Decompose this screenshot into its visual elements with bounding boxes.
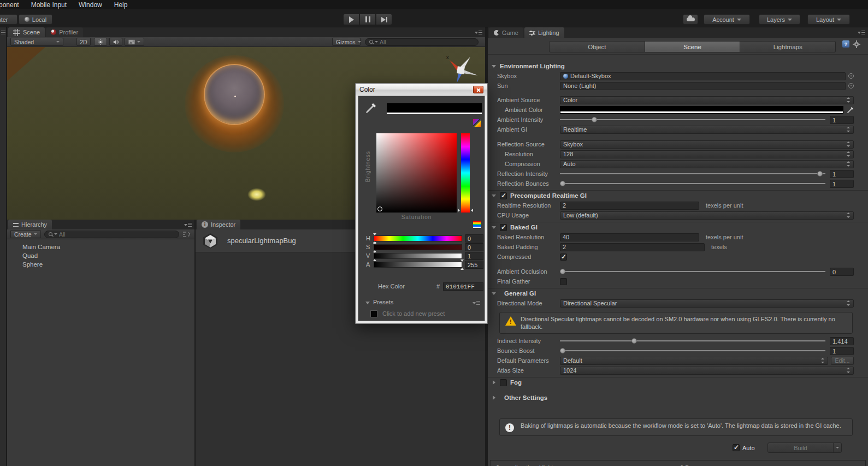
hierarchy-item-quad[interactable]: Quad: [7, 251, 194, 260]
foldout-icon[interactable]: [491, 395, 497, 400]
final-gather-checkbox[interactable]: [560, 278, 567, 285]
menu-item-help[interactable]: Help: [108, 1, 134, 9]
panel-menu-icon[interactable]: [475, 30, 482, 35]
preset-swatch[interactable]: [370, 310, 377, 317]
realtime-resolution-input[interactable]: [560, 202, 699, 210]
presets-menu-icon[interactable]: [473, 300, 480, 305]
section-baked-gi[interactable]: Baked GI: [488, 222, 868, 232]
eyedropper-icon[interactable]: [365, 102, 377, 114]
fog-checkbox[interactable]: [500, 379, 507, 386]
ambient-color-swatch[interactable]: [560, 106, 843, 114]
gear-icon[interactable]: [853, 40, 860, 48]
slider-marker-icon[interactable]: [373, 236, 376, 241]
panel-menu-icon[interactable]: [858, 30, 865, 35]
menu-item-mobile-input[interactable]: Mobile Input: [25, 1, 73, 9]
tab-hierarchy[interactable]: Hierarchy: [8, 220, 52, 229]
slider-marker-icon[interactable]: [460, 262, 464, 267]
dialog-titlebar[interactable]: Color: [356, 84, 487, 96]
saturation-value-input[interactable]: [465, 243, 483, 251]
draw-mode-dropdown[interactable]: Shaded: [10, 38, 63, 46]
hierarchy-item-main-camera[interactable]: Main Camera: [7, 243, 194, 251]
scene-audio-toggle[interactable]: [109, 38, 122, 46]
local-global-button[interactable]: Local: [19, 14, 52, 25]
auto-checkbox[interactable]: [733, 444, 740, 451]
ambient-intensity-slider[interactable]: [560, 116, 825, 123]
tab-profiler[interactable]: Profiler: [46, 27, 83, 37]
object-picker-icon[interactable]: [848, 73, 854, 79]
indirect-intensity-slider[interactable]: [560, 337, 825, 345]
default-parameters-dropdown[interactable]: Default: [560, 357, 828, 365]
cpu-usage-dropdown[interactable]: Low (default): [560, 211, 854, 220]
tab-scene[interactable]: Scene: [8, 27, 45, 37]
reflection-source-dropdown[interactable]: Skybox: [560, 140, 854, 149]
slider-marker-icon[interactable]: [373, 245, 376, 250]
skybox-object-field[interactable]: Default-Skybox: [560, 72, 846, 80]
ambient-source-dropdown[interactable]: Color: [560, 96, 854, 104]
section-general-gi[interactable]: General GI: [488, 288, 868, 298]
cloud-services-button[interactable]: [683, 14, 698, 25]
pause-button[interactable]: [359, 14, 376, 25]
scene-search-input[interactable]: [380, 39, 474, 45]
compressed-checkbox[interactable]: [560, 253, 567, 261]
reflection-intensity-value[interactable]: 1: [830, 170, 854, 178]
ambient-gi-dropdown[interactable]: Realtime: [560, 126, 854, 134]
pivot-button[interactable]: enter: [0, 14, 17, 25]
value-slider[interactable]: [374, 253, 462, 259]
help-book-icon[interactable]: ?: [842, 40, 849, 48]
indirect-intensity-value[interactable]: 1.414: [830, 337, 854, 345]
hierarchy-item-sphere[interactable]: Sphere: [7, 260, 194, 269]
scene-filter-icon[interactable]: [182, 231, 191, 238]
tab-game[interactable]: Game: [489, 27, 523, 38]
scene-search-field[interactable]: [365, 38, 479, 46]
eyedropper-icon[interactable]: [847, 107, 854, 114]
slider-knob[interactable]: [560, 348, 565, 353]
ambient-occlusion-value[interactable]: 0: [830, 268, 854, 276]
baked-padding-input[interactable]: [560, 243, 705, 251]
scene-effects-dropdown[interactable]: [125, 38, 144, 46]
slider-marker-icon[interactable]: [373, 253, 376, 258]
baked-resolution-input[interactable]: [560, 233, 699, 241]
step-button[interactable]: [376, 14, 392, 25]
create-dropdown[interactable]: Create: [10, 230, 41, 238]
slider-knob[interactable]: [592, 117, 597, 122]
presets-foldout[interactable]: Presets: [358, 298, 485, 307]
panel-menu-icon[interactable]: [184, 222, 192, 227]
menu-item-window[interactable]: Window: [73, 1, 108, 9]
hierarchy-search-field[interactable]: [44, 231, 179, 238]
foldout-icon[interactable]: [491, 291, 497, 296]
hue-value-input[interactable]: [465, 234, 483, 243]
hue-bar[interactable]: [461, 133, 470, 213]
alpha-value-input[interactable]: [465, 261, 483, 269]
account-dropdown[interactable]: Account: [704, 14, 750, 25]
atlas-size-dropdown[interactable]: 1024: [560, 367, 854, 375]
auto-toggle[interactable]: Auto: [733, 444, 755, 451]
foldout-icon[interactable]: [491, 193, 497, 198]
saturation-brightness-box[interactable]: [376, 133, 457, 213]
add-preset-row[interactable]: Click to add new preset: [358, 310, 485, 318]
build-button[interactable]: Build: [767, 443, 842, 453]
close-icon[interactable]: [473, 86, 483, 93]
sphere-object[interactable]: [204, 64, 265, 125]
mode-scene-button[interactable]: Scene: [645, 41, 741, 52]
color-cursor[interactable]: [377, 207, 382, 211]
edit-parameters-button[interactable]: Edit...: [831, 357, 854, 365]
bounce-boost-slider[interactable]: [560, 347, 825, 355]
reflection-intensity-slider[interactable]: [560, 170, 825, 178]
ambient-intensity-value[interactable]: 1: [830, 116, 854, 124]
reflection-resolution-dropdown[interactable]: 128: [560, 150, 854, 158]
layers-dropdown[interactable]: Layers: [759, 14, 800, 25]
realtime-gi-checkbox[interactable]: [500, 192, 507, 199]
reflection-bounces-slider[interactable]: [560, 180, 825, 187]
foldout-icon[interactable]: [491, 225, 497, 230]
slider-knob[interactable]: [817, 171, 823, 176]
value-value-input[interactable]: [465, 252, 483, 260]
section-other-settings[interactable]: Other Settings: [488, 392, 868, 403]
hierarchy-search-input[interactable]: [59, 231, 175, 238]
tab-inspector[interactable]: i Inspector: [197, 220, 240, 229]
bounce-boost-value[interactable]: 1: [830, 347, 854, 355]
build-dropdown-section[interactable]: [833, 443, 841, 452]
directional-mode-dropdown[interactable]: Directional Specular: [560, 299, 854, 308]
section-precomputed-realtime-gi[interactable]: Precomputed Realtime GI: [488, 190, 868, 200]
object-picker-icon[interactable]: [848, 83, 854, 89]
2d-toggle[interactable]: 2D: [76, 38, 91, 46]
